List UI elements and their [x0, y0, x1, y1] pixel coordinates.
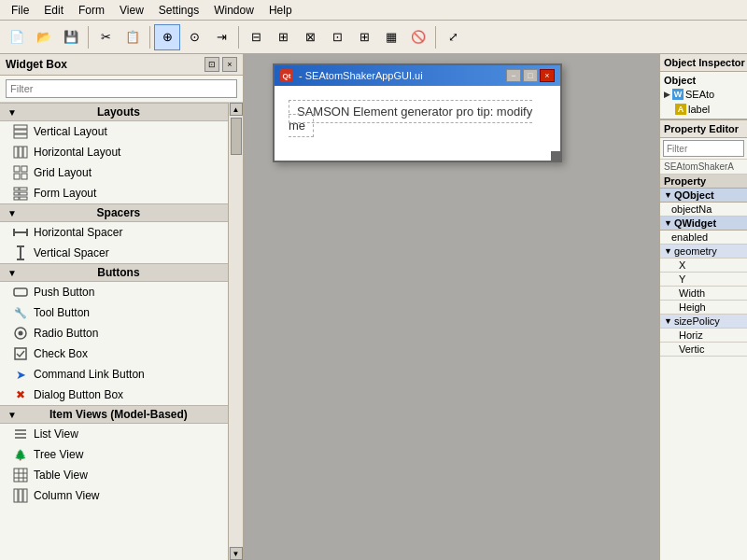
- menu-form[interactable]: Form: [71, 2, 112, 19]
- svg-rect-10: [14, 188, 19, 190]
- prop-vertic-key: Vertic: [660, 343, 747, 356]
- section-collapse-item-views[interactable]: ▼: [7, 410, 17, 420]
- selection-overlay: [551, 151, 560, 161]
- section-collapse-spacers[interactable]: ▼: [7, 208, 17, 218]
- widget-item-vertical-layout[interactable]: Vertical Layout: [0, 121, 228, 142]
- toolbar-sep-1: [88, 26, 89, 49]
- sizepolicy-expand-icon[interactable]: ▼: [664, 316, 672, 326]
- layout-form-button[interactable]: ▦: [378, 24, 404, 50]
- form-close-btn[interactable]: ×: [540, 69, 555, 82]
- widget-item-table-view[interactable]: Table View: [0, 465, 228, 485]
- property-filter-input[interactable]: [663, 140, 744, 157]
- adjust-size-button[interactable]: ⤢: [440, 24, 466, 50]
- prop-horiz-row: Horiz: [660, 329, 747, 343]
- layout-h-button[interactable]: ⊟: [243, 24, 269, 50]
- buddy-button[interactable]: ⊙: [181, 24, 207, 50]
- check-box-icon: [13, 346, 28, 361]
- form-window: Qt - SEAtomShakerAppGUI.ui − □ × SAMSON …: [273, 63, 562, 162]
- vertical-spacer-label: Vertical Spacer: [34, 246, 109, 259]
- section-header-buttons[interactable]: ▼ Buttons: [0, 263, 228, 282]
- property-col-name: Property: [660, 175, 747, 188]
- prop-height-row: Heigh: [660, 301, 747, 315]
- section-collapse-buttons[interactable]: ▼: [7, 268, 17, 278]
- scrollbar-up-arrow[interactable]: ▲: [230, 103, 243, 116]
- break-layout-button[interactable]: 🚫: [405, 24, 431, 50]
- new-button[interactable]: 📄: [4, 24, 30, 50]
- menu-help[interactable]: Help: [261, 2, 300, 19]
- radio-button-icon: [13, 326, 28, 341]
- form-layout-label: Form Layout: [34, 187, 96, 200]
- scrollbar-thumb[interactable]: [231, 118, 242, 155]
- copy-button[interactable]: 📋: [120, 24, 146, 50]
- select-button[interactable]: ⊕: [154, 24, 180, 50]
- geometry-label: geometry: [674, 245, 717, 257]
- menu-settings[interactable]: Settings: [151, 2, 206, 19]
- widget-item-list-view[interactable]: List View: [0, 424, 228, 444]
- widget-item-push-button[interactable]: Push Button: [0, 282, 228, 302]
- qobject-label: QObject: [674, 189, 714, 201]
- grid-layout-icon: [13, 165, 28, 180]
- widget-box-float-btn[interactable]: ⊡: [204, 57, 219, 72]
- widget-item-horizontal-layout[interactable]: Horizontal Layout: [0, 142, 228, 162]
- form-body[interactable]: SAMSON Element generator pro tip: modify…: [275, 86, 560, 161]
- widget-item-tool-button[interactable]: 🔧 Tool Button: [0, 302, 228, 323]
- menu-edit[interactable]: Edit: [36, 2, 71, 19]
- push-button-icon: [13, 285, 28, 300]
- layout-v-button[interactable]: ⊞: [270, 24, 296, 50]
- prop-objectname-row: objectNa: [660, 203, 747, 217]
- svg-rect-12: [14, 192, 19, 195]
- section-collapse-layouts[interactable]: ▼: [7, 107, 17, 118]
- form-maximize-btn[interactable]: □: [523, 69, 538, 82]
- toolbar-sep-4: [435, 26, 436, 49]
- property-class-label: SEAtomShakerA: [660, 160, 747, 175]
- menu-view[interactable]: View: [112, 2, 151, 19]
- item-views-label: Item Views (Model-Based): [17, 408, 220, 421]
- object-tree-item-1[interactable]: ▶ W SEAto: [660, 87, 747, 102]
- menu-window[interactable]: Window: [206, 2, 261, 19]
- form-minimize-btn[interactable]: −: [506, 69, 521, 82]
- geometry-expand-icon[interactable]: ▼: [664, 246, 672, 256]
- design-area[interactable]: Qt - SEAtomShakerAppGUI.ui − □ × SAMSON …: [245, 54, 658, 560]
- push-button-label: Push Button: [34, 286, 94, 299]
- layout-split-h-button[interactable]: ⊠: [297, 24, 323, 50]
- open-button[interactable]: 📂: [31, 24, 57, 50]
- widget-item-horizontal-spacer[interactable]: Horizontal Spacer: [0, 222, 228, 243]
- object-tree-item-2[interactable]: A label: [660, 102, 747, 117]
- widget-box-close-btn[interactable]: ×: [222, 57, 237, 72]
- widget-item-grid-layout[interactable]: Grid Layout: [0, 162, 228, 183]
- widget-item-check-box[interactable]: Check Box: [0, 343, 228, 364]
- save-button[interactable]: 💾: [58, 24, 84, 50]
- widget-item-vertical-spacer[interactable]: Vertical Spacer: [0, 243, 228, 263]
- object-inspector-body: Object ▶ W SEAto A label: [660, 72, 747, 120]
- svg-rect-29: [14, 469, 27, 482]
- widget-item-command-link-button[interactable]: ➤ Command Link Button: [0, 364, 228, 385]
- layout-split-v-button[interactable]: ⊡: [324, 24, 350, 50]
- section-header-spacers[interactable]: ▼ Spacers: [0, 203, 228, 222]
- widget-item-column-view[interactable]: Column View: [0, 485, 228, 506]
- scrollbar-down-arrow[interactable]: ▼: [230, 547, 243, 560]
- filter-input[interactable]: [6, 79, 237, 98]
- widget-item-radio-button[interactable]: Radio Button: [0, 323, 228, 343]
- tab-button[interactable]: ⇥: [208, 24, 234, 50]
- svg-point-24: [19, 331, 23, 336]
- scrollbar-track[interactable]: [229, 116, 243, 547]
- widget-item-dialog-button-box[interactable]: ✖ Dialog Button Box: [0, 385, 228, 405]
- widget-list-scrollbar[interactable]: ▲ ▼: [228, 103, 243, 560]
- section-header-item-views[interactable]: ▼ Item Views (Model-Based): [0, 405, 228, 424]
- menu-file[interactable]: File: [4, 2, 36, 19]
- layout-grid-button[interactable]: ⊞: [351, 24, 377, 50]
- widget-item-form-layout[interactable]: Form Layout: [0, 183, 228, 203]
- layouts-label: Layouts: [17, 105, 220, 119]
- qwidget-expand-icon[interactable]: ▼: [664, 218, 672, 228]
- prop-group-qwidget: ▼ QWidget: [660, 217, 747, 231]
- qobject-expand-icon[interactable]: ▼: [664, 190, 672, 200]
- svg-rect-2: [14, 134, 27, 138]
- form-layout-icon: [13, 186, 28, 201]
- prop-enabled-key: enabled: [660, 231, 747, 244]
- prop-width-key: Width: [660, 287, 747, 300]
- svg-rect-1: [14, 130, 27, 133]
- widget-item-tree-view[interactable]: 🌲 Tree View: [0, 444, 228, 465]
- cut-button[interactable]: ✂: [92, 24, 119, 50]
- dialog-button-box-label: Dialog Button Box: [34, 388, 123, 401]
- section-header-layouts[interactable]: ▼ Layouts: [0, 103, 228, 121]
